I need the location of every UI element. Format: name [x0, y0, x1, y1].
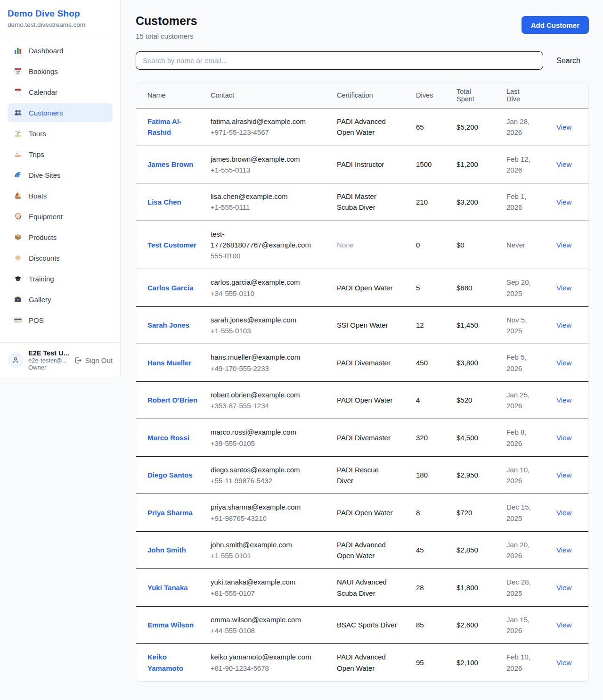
- dives-count: 65: [416, 123, 424, 131]
- view-link[interactable]: View: [556, 434, 571, 442]
- dives-count: 210: [416, 198, 428, 206]
- column-header-certification: Certification: [331, 82, 410, 108]
- sidebar-item-tours[interactable]: Tours: [8, 124, 113, 143]
- view-link[interactable]: View: [556, 396, 571, 404]
- last-dive-date: Feb 12, 2026: [506, 154, 535, 176]
- sidebar-item-label: Training: [29, 275, 54, 283]
- user-role: Owner: [28, 364, 69, 371]
- user-name: E2E Test U...: [28, 349, 69, 357]
- training-icon: [13, 274, 23, 283]
- customer-email: robert.obrien@example.com: [211, 389, 311, 400]
- view-link[interactable]: View: [556, 509, 571, 517]
- customer-name-link[interactable]: Carlos Garcia: [147, 282, 194, 293]
- view-link[interactable]: View: [556, 123, 571, 131]
- view-link[interactable]: View: [556, 241, 571, 249]
- customer-name-link[interactable]: Priya Sharma: [147, 507, 193, 518]
- column-header-actions: [551, 82, 588, 108]
- view-link[interactable]: View: [556, 284, 571, 292]
- total-spent: $5,200: [456, 123, 478, 131]
- view-link[interactable]: View: [556, 359, 571, 367]
- customer-phone: +34-555-0110: [211, 288, 326, 299]
- sidebar: Demo Dive Shop demo.test.divestreams.com…: [0, 0, 121, 378]
- customer-name-link[interactable]: Keiko Yamamoto: [147, 651, 199, 674]
- view-link[interactable]: View: [556, 471, 571, 479]
- customer-name-link[interactable]: Lisa Chen: [147, 197, 181, 207]
- customer-email: james.brown@example.com: [211, 154, 311, 165]
- customer-certification: None: [337, 239, 354, 250]
- total-spent: $2,100: [456, 659, 478, 667]
- page-title: Customers: [136, 14, 197, 28]
- last-dive-date: Feb 1, 2026: [506, 191, 535, 213]
- logout-icon: [74, 356, 82, 364]
- customer-name-link[interactable]: Diego Santos: [147, 469, 193, 480]
- sidebar-item-gallery[interactable]: Gallery: [8, 290, 113, 309]
- table-row: Emma Wilson emma.wilson@example.com +44-…: [136, 606, 588, 644]
- sidebar-item-customers[interactable]: Customers: [8, 103, 113, 122]
- sidebar-item-label: Dashboard: [29, 47, 63, 55]
- customer-name-link[interactable]: Yuki Tanaka: [147, 582, 188, 593]
- table-row: Marco Rossi marco.rossi@example.com +39-…: [136, 419, 588, 457]
- add-customer-button[interactable]: Add Customer: [522, 16, 589, 34]
- customer-name-link[interactable]: John Smith: [147, 544, 186, 555]
- customer-certification: NAUI Advanced Scuba Diver: [337, 576, 397, 599]
- gallery-icon: [13, 295, 23, 304]
- customer-phone: +81-90-1234-5678: [211, 663, 326, 674]
- view-link[interactable]: View: [556, 160, 571, 168]
- sidebar-item-label: Boats: [29, 192, 47, 200]
- view-link[interactable]: View: [556, 198, 571, 206]
- customer-phone: +49-170-555-2233: [211, 363, 326, 374]
- sidebar-item-boats[interactable]: Boats: [8, 186, 113, 205]
- customer-phone: +1-555-0113: [211, 165, 326, 175]
- view-link[interactable]: View: [556, 659, 571, 667]
- last-dive-date: Feb 5, 2026: [506, 352, 535, 374]
- customer-certification: SSI Open Water: [337, 320, 388, 330]
- page-header: Customers 15 total customers Add Custome…: [136, 14, 589, 40]
- sidebar-item-dive-sites[interactable]: Dive Sites: [8, 165, 113, 184]
- discounts-icon: [13, 253, 23, 263]
- last-dive-date: Dec 15, 2025: [506, 502, 535, 524]
- view-link[interactable]: View: [556, 621, 571, 629]
- sidebar-item-pos[interactable]: POS: [8, 311, 113, 329]
- view-link[interactable]: View: [556, 321, 571, 329]
- search-input[interactable]: [136, 51, 543, 70]
- view-link[interactable]: View: [556, 546, 571, 554]
- customers-table: Name Contact Certification Dives Total S…: [136, 82, 588, 681]
- customers-icon: [13, 108, 23, 117]
- sidebar-item-training[interactable]: Training: [8, 269, 113, 288]
- last-dive-date: Never: [506, 239, 525, 250]
- customer-name-link[interactable]: Fatima Al-Rashid: [147, 116, 199, 138]
- shop-header: Demo Dive Shop demo.test.divestreams.com: [0, 0, 120, 35]
- last-dive-date: Dec 28, 2025: [506, 576, 535, 599]
- customer-email: carlos.garcia@example.com: [211, 277, 311, 288]
- sign-out-button[interactable]: Sign Out: [74, 356, 113, 364]
- customer-name-link[interactable]: Marco Rossi: [147, 432, 189, 443]
- total-spent: $0: [456, 241, 464, 249]
- table-header-row: Name Contact Certification Dives Total S…: [136, 82, 588, 108]
- last-dive-date: Jan 10, 2026: [506, 464, 535, 486]
- sidebar-item-equipment[interactable]: Equipment: [8, 207, 113, 226]
- customer-phone: +39-555-0105: [211, 438, 326, 449]
- customer-name-link[interactable]: Test Customer: [147, 239, 196, 250]
- customer-count: 15 total customers: [136, 32, 197, 40]
- view-link[interactable]: View: [556, 584, 571, 592]
- sidebar-item-discounts[interactable]: Discounts: [8, 248, 113, 267]
- sidebar-item-products[interactable]: Products: [8, 228, 113, 247]
- customer-certification: PADI Rescue Diver: [337, 464, 397, 486]
- customer-name-link[interactable]: Sarah Jones: [147, 320, 189, 330]
- customer-email: marco.rossi@example.com: [211, 427, 311, 437]
- user-email: e2e-tester@...: [28, 357, 69, 364]
- customer-name-link[interactable]: James Brown: [147, 159, 194, 170]
- customer-name-link[interactable]: Robert O'Brien: [147, 395, 197, 405]
- sidebar-item-calendar[interactable]: Calendar: [8, 82, 113, 101]
- customer-email: fatima.alrashid@example.com: [211, 116, 311, 127]
- table-row: Robert O'Brien robert.obrien@example.com…: [136, 381, 588, 419]
- svg-text:17: 17: [16, 71, 20, 74]
- sidebar-item-trips[interactable]: Trips: [8, 145, 113, 164]
- sign-out-label: Sign Out: [85, 356, 113, 364]
- sidebar-item-bookings[interactable]: 17 Bookings: [8, 62, 113, 81]
- customer-name-link[interactable]: Hans Mueller: [147, 357, 191, 368]
- search-button[interactable]: Search: [556, 57, 580, 65]
- sidebar-item-dashboard[interactable]: Dashboard: [8, 41, 113, 60]
- dives-count: 5: [416, 284, 420, 292]
- customer-name-link[interactable]: Emma Wilson: [147, 619, 194, 630]
